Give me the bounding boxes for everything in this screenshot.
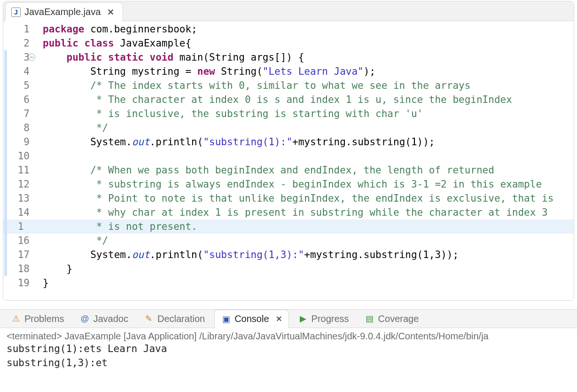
- editor-tab[interactable]: J JavaExample.java ✕: [5, 2, 123, 21]
- tab-label: Javadoc: [93, 314, 128, 324]
- code-line[interactable]: }: [43, 276, 574, 290]
- code-line[interactable]: /* The index starts with 0, similar to w…: [43, 78, 574, 93]
- code-line[interactable]: public static void main(String args[]) {: [43, 50, 574, 64]
- javadoc-icon: @: [80, 314, 89, 323]
- tab-label: Progress: [312, 314, 349, 324]
- code-line[interactable]: System.out.println("substring(1,3):"+mys…: [43, 248, 574, 262]
- line-number: 6: [3, 93, 30, 107]
- close-icon[interactable]: ✕: [276, 314, 282, 323]
- code-body[interactable]: package com.beginnersbook;public class J…: [33, 21, 574, 291]
- code-line[interactable]: package com.beginnersbook;: [43, 22, 574, 36]
- code-line[interactable]: */: [43, 234, 574, 248]
- line-number: 7: [3, 107, 30, 121]
- line-number: 17: [3, 248, 30, 262]
- code-line[interactable]: * is inclusive, the substring is startin…: [43, 107, 574, 121]
- tab-coverage[interactable]: ▤ Coverage: [359, 309, 426, 328]
- console-output: substring(1):ets Learn Java substring(1,…: [7, 342, 572, 370]
- code-line[interactable]: String mystring = new String("Lets Learn…: [43, 64, 574, 78]
- close-icon[interactable]: ✕: [107, 7, 114, 17]
- view-tabbar: ⚠ Problems @ Javadoc ✎ Declaration ▣ Con…: [0, 309, 577, 328]
- line-number: 5: [3, 78, 30, 93]
- code-area[interactable]: 123−45678910111213141516171819 package c…: [3, 21, 574, 300]
- code-line[interactable]: System.out.println("substring(1):"+mystr…: [43, 135, 574, 149]
- editor-pane: J JavaExample.java ✕ 123−456789101112131…: [3, 1, 574, 301]
- line-number: 4: [3, 64, 30, 78]
- tab-progress[interactable]: ▶ Progress: [292, 309, 356, 328]
- line-number: 10: [3, 149, 30, 163]
- method-range-strip: [4, 50, 7, 276]
- code-line[interactable]: * The character at index 0 is s and inde…: [43, 93, 574, 107]
- line-number: 14: [3, 205, 30, 220]
- tab-label: Problems: [24, 314, 64, 324]
- coverage-icon: ▤: [365, 314, 374, 323]
- line-number: 12: [3, 177, 30, 191]
- code-line[interactable]: [43, 149, 574, 163]
- line-number: 19: [3, 276, 30, 290]
- tab-console[interactable]: ▣ Console ✕: [214, 310, 288, 329]
- console-icon: ▣: [221, 314, 231, 324]
- console-status: <terminated> JavaExample [Java Applicati…: [7, 331, 572, 342]
- console-view[interactable]: <terminated> JavaExample [Java Applicati…: [0, 328, 577, 375]
- code-line[interactable]: * Point to note is that unlike beginInde…: [43, 191, 574, 205]
- line-number: 9: [3, 135, 30, 149]
- tab-declaration[interactable]: ✎ Declaration: [138, 309, 211, 328]
- declaration-icon: ✎: [144, 314, 154, 323]
- code-line[interactable]: }: [43, 262, 574, 276]
- line-number-gutter: 123−45678910111213141516171819: [3, 21, 33, 291]
- code-line[interactable]: * substring is always endIndex - beginIn…: [43, 177, 574, 191]
- code-line[interactable]: * why char at index 1 is present in subs…: [43, 205, 574, 220]
- line-number: 11: [3, 163, 30, 177]
- line-number: 16: [3, 234, 30, 248]
- problems-icon: ⚠: [11, 314, 21, 323]
- progress-icon: ▶: [298, 314, 308, 323]
- tab-label: Coverage: [378, 314, 419, 324]
- line-number: 2: [3, 36, 30, 50]
- line-number: 18: [3, 262, 30, 276]
- tab-label: Declaration: [157, 314, 205, 324]
- line-number: 3−: [3, 50, 30, 64]
- line-number: 8: [3, 121, 30, 135]
- code-line[interactable]: */: [43, 121, 574, 135]
- line-number: 13: [3, 191, 30, 205]
- java-file-icon: J: [11, 8, 21, 17]
- code-line[interactable]: public class JavaExample{: [43, 36, 574, 50]
- code-line[interactable]: * is not present.: [43, 220, 574, 234]
- line-number: 1: [3, 22, 30, 36]
- tab-javadoc[interactable]: @ Javadoc: [73, 309, 135, 328]
- editor-tab-title: JavaExample.java: [24, 7, 101, 17]
- bottom-panel: ⚠ Problems @ Javadoc ✎ Declaration ▣ Con…: [0, 309, 577, 375]
- tab-label: Console: [234, 314, 269, 324]
- tab-problems[interactable]: ⚠ Problems: [5, 309, 70, 328]
- code-line[interactable]: /* When we pass both beginIndex and endI…: [43, 163, 574, 177]
- editor-tabbar: J JavaExample.java ✕: [3, 1, 574, 21]
